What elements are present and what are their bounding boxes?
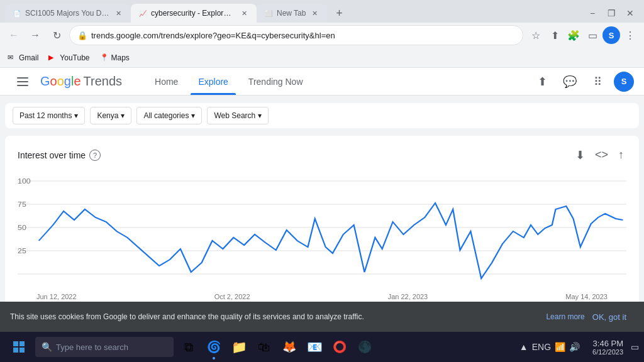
embed-button[interactable]: <> xyxy=(592,146,611,165)
start-button[interactable] xyxy=(5,333,33,361)
gmail-icon: ✉ xyxy=(8,53,16,62)
forward-button[interactable]: → xyxy=(26,26,44,44)
share-trends-button[interactable]: ⬆ xyxy=(531,70,553,93)
tab-bar: 📄 SCI1005 Majors You Didn't Kno... ✕ 📈 c… xyxy=(0,0,644,23)
filter-country[interactable]: Kenya▾ xyxy=(90,107,131,124)
feedback-button[interactable]: 💬 xyxy=(558,70,581,93)
taskbar-opera[interactable]: ⭕ xyxy=(327,333,352,361)
taskbar-edge[interactable]: 🌀 xyxy=(201,333,226,361)
taskbar-multitasking[interactable]: ⧉ xyxy=(176,333,201,361)
taskbar-firefox[interactable]: 🦊 xyxy=(277,333,302,361)
address-bar: ← → ↻ 🔒 trends.google.com/trends/explore… xyxy=(0,23,644,48)
tab-3-favicon: ⬜ xyxy=(264,9,273,18)
apps-grid-button[interactable]: ⠿ xyxy=(586,70,609,93)
filter-category[interactable]: All categories▾ xyxy=(136,107,202,124)
nav-explore[interactable]: Explore xyxy=(191,68,235,95)
x-label-jan: Jan 22, 2023 xyxy=(388,293,428,300)
url-bar[interactable]: 🔒 trends.google.com/trends/explore?geo=K… xyxy=(69,25,523,45)
tab-1-favicon: 📄 xyxy=(13,9,21,18)
profile-button[interactable]: S xyxy=(602,26,620,44)
nav-trending-now[interactable]: Trending Now xyxy=(241,68,311,95)
network-icon[interactable]: 📶 xyxy=(555,342,565,352)
taskbar-mail[interactable]: 📧 xyxy=(302,333,327,361)
back-button[interactable]: ← xyxy=(5,26,23,44)
hamburger-menu[interactable] xyxy=(10,69,35,94)
bookmark-youtube-label: YouTube xyxy=(60,53,89,62)
filter-bar: Past 12 months▾ Kenya▾ All categories▾ W… xyxy=(5,103,639,128)
maximize-button[interactable]: ❐ xyxy=(602,6,620,20)
trends-profile-button[interactable]: S xyxy=(614,72,634,92)
learn-more-link[interactable]: Learn more xyxy=(546,312,584,321)
search-icon: 🔍 xyxy=(42,342,52,352)
maps-icon: 📍 xyxy=(100,53,109,62)
svg-rect-2 xyxy=(17,85,28,86)
volume-icon[interactable]: 🔊 xyxy=(569,342,580,352)
extension-puzzle-icon[interactable]: 🧩 xyxy=(565,26,582,44)
lock-icon: 🔒 xyxy=(77,31,87,40)
bookmark-gmail-label: Gmail xyxy=(19,53,38,62)
filter-date[interactable]: Past 12 months▾ xyxy=(13,107,85,124)
bookmarks-bar: ✉ Gmail ▶ YouTube 📍 Maps xyxy=(0,48,644,68)
show-desktop-icon[interactable]: ▭ xyxy=(631,342,639,352)
tab-1-title: SCI1005 Majors You Didn't Kno... xyxy=(25,9,109,18)
language-icon[interactable]: ENG xyxy=(532,342,551,352)
tab-2-title: cybersecurity - Explore - Google ... xyxy=(151,9,235,18)
taskbar-apps: ⧉ 🌀 📁 🛍 🦊 📧 ⭕ 🌑 xyxy=(176,333,377,361)
menu-dots-icon[interactable]: ⋮ xyxy=(621,26,639,44)
search-placeholder: Type here to search xyxy=(56,343,128,352)
svg-rect-13 xyxy=(19,341,25,346)
help-icon[interactable]: ? xyxy=(89,150,101,161)
window-controls: − ❐ ✕ xyxy=(584,6,639,23)
chart-title: Interest over time xyxy=(18,150,86,160)
minimize-button[interactable]: − xyxy=(584,6,601,20)
x-label-may: May 14, 2023 xyxy=(565,293,608,300)
taskbar-explorer[interactable]: 📁 xyxy=(226,333,252,361)
bookmark-maps[interactable]: 📍 Maps xyxy=(100,53,130,62)
taskbar-clock[interactable]: 3:46 PM 6/12/2023 xyxy=(587,339,628,356)
chevron-up-icon[interactable]: ▲ xyxy=(519,342,528,352)
bookmark-youtube[interactable]: ▶ YouTube xyxy=(48,53,89,62)
svg-rect-1 xyxy=(17,81,28,82)
svg-rect-15 xyxy=(19,348,25,353)
tab-1-close[interactable]: ✕ xyxy=(113,8,123,18)
tab-3[interactable]: ⬜ New Tab ✕ xyxy=(257,4,327,23)
tab-3-title: New Tab xyxy=(277,9,306,18)
cookie-banner: This site uses cookies from Google to de… xyxy=(0,302,644,332)
taskbar-chrome[interactable]: 🌑 xyxy=(352,333,377,361)
new-tab-button[interactable]: + xyxy=(330,4,348,23)
share-chart-button[interactable]: ↑ xyxy=(616,146,626,165)
page-content: Past 12 months▾ Kenya▾ All categories▾ W… xyxy=(0,96,644,332)
cookie-message: This site uses cookies from Google to de… xyxy=(10,312,543,321)
google-trends-header: Google Trends Home Explore Trending Now … xyxy=(0,68,644,96)
system-icons: ▲ ENG 📶 🔊 xyxy=(514,342,585,352)
tab-2[interactable]: 📈 cybersecurity - Explore - Google ... ✕ xyxy=(131,4,257,23)
youtube-icon: ▶ xyxy=(48,53,57,62)
share-icon[interactable]: ⬆ xyxy=(546,26,564,44)
svg-rect-14 xyxy=(13,348,18,353)
svg-text:50: 50 xyxy=(18,224,26,231)
svg-text:25: 25 xyxy=(18,247,26,255)
taskbar-system-tray: ▲ ENG 📶 🔊 3:46 PM 6/12/2023 ▭ xyxy=(514,339,639,356)
download-button[interactable]: ⬇ xyxy=(573,146,587,165)
bookmark-star-icon[interactable]: ☆ xyxy=(527,26,545,44)
tab-3-close[interactable]: ✕ xyxy=(309,8,319,18)
bookmark-gmail[interactable]: ✉ Gmail xyxy=(8,53,38,62)
refresh-button[interactable]: ↻ xyxy=(48,26,65,44)
close-button[interactable]: ✕ xyxy=(621,6,639,20)
taskbar-search[interactable]: 🔍 Type here to search xyxy=(35,337,174,357)
logo-trends: Trends xyxy=(84,74,123,89)
taskbar-store[interactable]: 🛍 xyxy=(252,333,277,361)
tab-1[interactable]: 📄 SCI1005 Majors You Didn't Kno... ✕ xyxy=(5,4,131,23)
filter-search-type[interactable]: Web Search▾ xyxy=(207,107,269,124)
svg-text:100: 100 xyxy=(18,177,31,185)
header-actions: ⬆ 💬 ⠿ S xyxy=(531,70,634,93)
tab-2-close[interactable]: ✕ xyxy=(239,8,249,18)
main-nav: Home Explore Trending Now xyxy=(147,68,310,95)
logo-google: Google xyxy=(40,74,81,89)
sidebar-icon[interactable]: ▭ xyxy=(584,26,601,44)
chart-header: Interest over time ? ⬇ <> ↑ xyxy=(18,146,626,165)
nav-home[interactable]: Home xyxy=(147,68,186,95)
ok-got-it-button[interactable]: OK, got it xyxy=(585,307,634,327)
tab-2-favicon: 📈 xyxy=(138,9,147,18)
clock-date: 6/12/2023 xyxy=(592,348,623,356)
